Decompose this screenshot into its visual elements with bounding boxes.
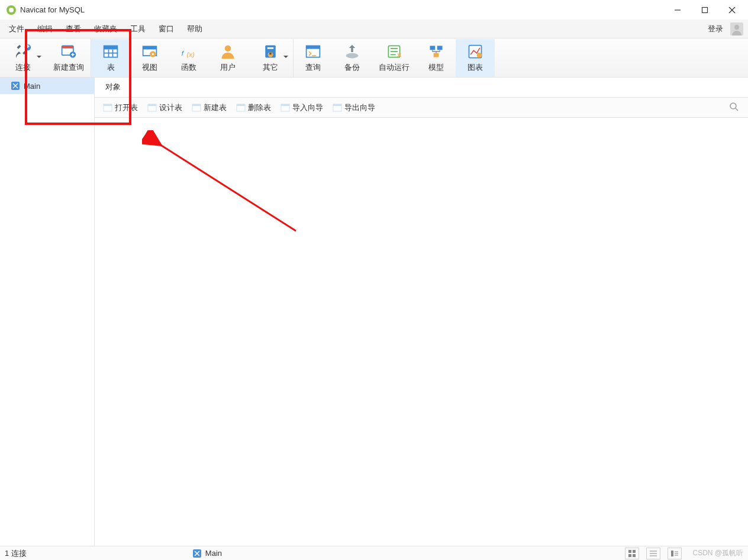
status-connections: 1 连接 [5, 548, 27, 559]
svg-line-44 [736, 108, 738, 111]
view-grid-button[interactable] [625, 548, 639, 559]
toolbar-auto-run-button[interactable]: 自动运行 [372, 39, 417, 77]
table-mini-icon [147, 103, 157, 112]
subtool-export-wizard-button[interactable]: 导出向导 [328, 98, 380, 118]
sidebar: Main [0, 78, 95, 546]
database-icon [11, 81, 20, 91]
new-query-icon [60, 43, 77, 60]
tree-item-main[interactable]: Main [0, 78, 94, 94]
subtool-import-wizard-button[interactable]: 导入向导 [276, 98, 328, 118]
search-button[interactable] [723, 102, 744, 113]
database-icon [192, 549, 202, 558]
menu-item-0[interactable]: 文件 [2, 20, 31, 38]
subtool-delete-table-button[interactable]: 删除表 [231, 98, 276, 118]
table-mini-icon [333, 103, 342, 112]
svg-rect-46 [633, 550, 636, 553]
other-icon [262, 43, 279, 60]
auto-run-icon [386, 43, 402, 60]
subtool-new-table-button[interactable]: 新建表 [187, 98, 231, 118]
body: Main 对象 打开表设计表新建表删除表导入向导导出向导 [0, 78, 748, 546]
query-icon [305, 43, 321, 60]
avatar[interactable] [730, 22, 743, 36]
menu-item-6[interactable]: 帮助 [180, 20, 209, 38]
chevron-down-icon [283, 56, 288, 60]
chart-icon [467, 43, 483, 60]
maximize-button[interactable] [691, 1, 718, 20]
table-mini-icon [103, 103, 112, 112]
status-current: Main [192, 549, 222, 558]
svg-rect-47 [628, 554, 631, 557]
svg-rect-45 [628, 550, 631, 553]
table-mini-icon [280, 103, 290, 112]
menu-item-4[interactable]: 工具 [124, 20, 152, 38]
chevron-down-icon [37, 56, 41, 60]
user-icon [220, 43, 236, 60]
svg-rect-48 [633, 554, 636, 557]
connection-icon [15, 43, 31, 60]
svg-point-43 [730, 103, 736, 109]
toolbar-table-button[interactable]: 表 [91, 39, 130, 77]
toolbar-model-button[interactable]: 模型 [417, 39, 456, 77]
content-area [95, 118, 748, 546]
tab-strip: 对象 [95, 78, 748, 98]
titlebar: Navicat for MySQL [0, 0, 748, 20]
menu-item-1[interactable]: 编辑 [31, 20, 59, 38]
toolbar-connection-button[interactable]: 连接 [0, 39, 46, 77]
tree-item-label: Main [24, 82, 40, 91]
toolbar-chart-button[interactable]: 图表 [456, 39, 495, 77]
close-button[interactable] [718, 1, 746, 20]
search-icon [729, 102, 739, 111]
view-icon [141, 43, 158, 60]
app-icon [6, 5, 17, 15]
object-toolbar: 打开表设计表新建表删除表导入向导导出向导 [95, 98, 748, 118]
minimize-button[interactable] [664, 1, 691, 20]
main-panel: 对象 打开表设计表新建表删除表导入向导导出向导 [95, 78, 748, 546]
table-mini-icon [192, 103, 201, 112]
svg-rect-52 [671, 551, 673, 556]
toolbar-backup-button[interactable]: 备份 [333, 39, 372, 77]
toolbar: 连接新建查询表视图函数用户其它查询备份自动运行模型图表 [0, 38, 748, 78]
toolbar-view-button[interactable]: 视图 [130, 39, 169, 77]
toolbar-function-button[interactable]: 函数 [169, 39, 208, 77]
menubar: 文件编辑查看收藏夹工具窗口帮助 登录 [0, 20, 748, 38]
toolbar-other-button[interactable]: 其它 [247, 39, 294, 77]
view-detail-button[interactable] [668, 548, 682, 559]
menu-item-2[interactable]: 查看 [59, 20, 88, 38]
subtool-design-table-button[interactable]: 设计表 [143, 98, 187, 118]
toolbar-user-button[interactable]: 用户 [208, 39, 247, 77]
function-icon [180, 43, 197, 60]
svg-point-37 [9, 8, 14, 12]
window-title: Navicat for MySQL [20, 5, 85, 14]
watermark: CSDN @孤帆听 [692, 548, 743, 558]
subtool-open-table-button[interactable]: 打开表 [98, 98, 143, 118]
table-mini-icon [236, 103, 246, 112]
svg-point-42 [734, 25, 739, 30]
statusbar: 1 连接 Main CSDN @孤帆听 [0, 546, 748, 560]
menu-item-5[interactable]: 窗口 [152, 20, 180, 38]
backup-icon [344, 43, 360, 60]
menu-item-3[interactable]: 收藏夹 [88, 20, 124, 38]
view-list-button[interactable] [646, 548, 660, 559]
login-link[interactable]: 登录 [703, 24, 728, 34]
model-icon [428, 43, 444, 60]
tab-objects[interactable]: 对象 [95, 77, 131, 97]
toolbar-new-query-button[interactable]: 新建查询 [46, 39, 91, 77]
toolbar-query-button[interactable]: 查询 [294, 39, 333, 77]
table-icon [102, 43, 119, 60]
svg-rect-39 [702, 7, 708, 12]
